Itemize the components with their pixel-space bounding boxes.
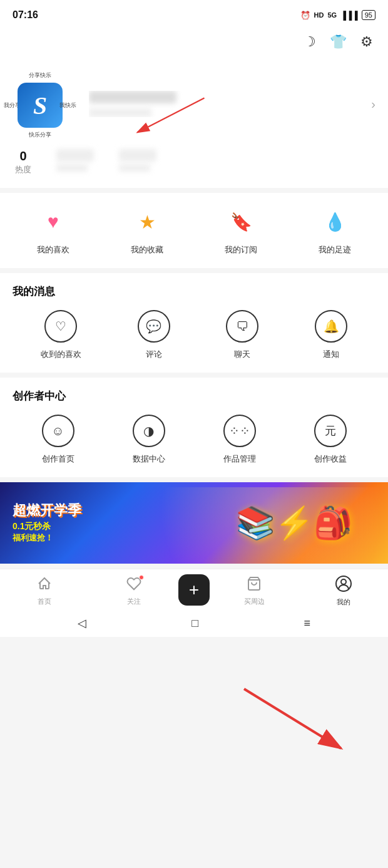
bottom-navigation: 首页 关注 + 买周边: [0, 569, 388, 609]
profile-stats: 0 热度: [13, 149, 375, 175]
profile-section: 分享快乐 我分享 S 我快乐 快乐分享 › 0 热度: [0, 59, 388, 188]
hd-label: HD: [314, 11, 324, 19]
add-icon: +: [189, 581, 199, 599]
follow-nav-icon: [126, 576, 141, 595]
stat-blurred-2: [119, 149, 156, 175]
status-icons: ⏰ HD 5G ▐▐▐ 95: [300, 10, 375, 20]
night-mode-icon[interactable]: ☽: [304, 34, 316, 50]
battery-icon: 95: [362, 10, 375, 20]
nav-home[interactable]: 首页: [0, 576, 89, 606]
creator-income-icon: 元: [314, 415, 347, 447]
received-likes-label: 收到的喜欢: [41, 349, 81, 360]
messages-icons-row: ♡ 收到的喜欢 💬 评论 🗨 聊天 🔔 通知: [13, 310, 375, 366]
works-mgmt-label: 作品管理: [223, 453, 256, 465]
profile-row: 分享快乐 我分享 S 我快乐 快乐分享 ›: [13, 69, 375, 139]
creator-section: 创作者中心 ☺ 创作首页 ◑ 数据中心 ⁘⁘ 作品管理: [0, 378, 388, 477]
creator-title: 创作者中心: [13, 389, 375, 403]
creator-home-icon: ☺: [42, 415, 74, 447]
star-icon: ★: [131, 205, 163, 238]
nav-mine[interactable]: 我的: [299, 576, 389, 607]
data-center-item[interactable]: ◑ 数据中心: [133, 415, 165, 465]
received-likes-icon: ♡: [44, 310, 77, 343]
banner-decoration: 📚⚡🎒: [200, 482, 388, 564]
home-nav-label: 首页: [38, 597, 51, 606]
bookmark-icon: 🔖: [225, 205, 257, 238]
action-my-footprints[interactable]: 💧 我的足迹: [319, 205, 351, 256]
red-arrow-annotation-2: [0, 658, 388, 783]
creator-icons-row: ☺ 创作首页 ◑ 数据中心 ⁘⁘ 作品管理 元 创作收益: [13, 415, 375, 471]
logo-top-text: 分享快乐: [29, 71, 51, 80]
home-nav-icon: [37, 576, 52, 595]
footprint-icon: 💧: [319, 205, 351, 238]
banner-text: 超燃开学季 0.1元秒杀 福利速抢！: [13, 502, 81, 544]
comments-icon: 💬: [138, 310, 170, 343]
my-collections-label: 我的收藏: [131, 244, 163, 256]
received-likes-item[interactable]: ♡ 收到的喜欢: [41, 310, 81, 360]
status-bar: 07:16 ⏰ HD 5G ▐▐▐ 95: [0, 0, 388, 28]
banner-title: 超燃开学季: [13, 502, 81, 519]
comments-item[interactable]: 💬 评论: [138, 310, 170, 360]
home-button[interactable]: □: [191, 617, 198, 630]
nav-follow[interactable]: 关注: [89, 576, 179, 606]
banner-subtitle: 0.1元秒杀: [13, 521, 81, 532]
back-button[interactable]: ◁: [78, 616, 86, 630]
action-my-likes[interactable]: ♥ 我的喜欢: [37, 205, 69, 256]
stat-blurred-1: [56, 149, 94, 175]
heat-number: 0: [15, 149, 31, 163]
top-action-bar: ☽ 👕 ⚙: [0, 28, 388, 59]
my-footprints-label: 我的足迹: [319, 244, 351, 256]
follow-badge: [139, 575, 144, 580]
logo-bottom-text: 快乐分享: [29, 131, 51, 139]
profile-id-blurred: [89, 108, 151, 117]
works-mgmt-icon: ⁘⁘: [223, 415, 256, 447]
action-my-collections[interactable]: ★ 我的收藏: [131, 205, 163, 256]
status-time: 07:16: [13, 9, 38, 21]
menu-button[interactable]: ≡: [304, 617, 310, 630]
follow-nav-label: 关注: [127, 597, 141, 606]
profile-arrow-icon[interactable]: ›: [371, 97, 375, 111]
signal-5g: 5G: [327, 11, 337, 19]
comments-label: 评论: [146, 349, 162, 360]
signal-bars: ▐▐▐: [340, 11, 358, 20]
add-button[interactable]: +: [178, 574, 210, 606]
mine-nav-label: 我的: [337, 597, 350, 607]
mine-nav-icon: [335, 576, 352, 596]
notifications-label: 通知: [323, 349, 339, 360]
messages-title: 我的消息: [13, 284, 375, 299]
banner-cta: 福利速抢！: [13, 532, 81, 544]
action-my-subscriptions[interactable]: 🔖 我的订阅: [225, 205, 257, 256]
app-logo[interactable]: S: [18, 83, 63, 128]
nav-add[interactable]: +: [178, 577, 210, 606]
creator-home-label: 创作首页: [42, 453, 74, 465]
notifications-item[interactable]: 🔔 通知: [315, 310, 347, 360]
nav-shop[interactable]: 买周边: [210, 576, 299, 606]
profile-name-blurred: [89, 91, 176, 103]
settings-icon[interactable]: ⚙: [360, 34, 373, 50]
messages-section: 我的消息 ♡ 收到的喜欢 💬 评论 🗨 聊天: [0, 273, 388, 373]
notifications-icon: 🔔: [315, 310, 347, 343]
heat-label: 热度: [15, 165, 31, 174]
system-nav-bar: ◁ □ ≡: [0, 609, 388, 637]
creator-home-item[interactable]: ☺ 创作首页: [42, 415, 74, 465]
my-subscriptions-label: 我的订阅: [225, 244, 257, 256]
data-center-label: 数据中心: [133, 453, 165, 465]
heart-icon: ♥: [37, 205, 69, 238]
chat-item[interactable]: 🗨 聊天: [226, 310, 258, 360]
stat-heat: 0 热度: [15, 149, 31, 175]
data-center-icon: ◑: [133, 415, 165, 447]
promotion-banner[interactable]: 超燃开学季 0.1元秒杀 福利速抢！ 📚⚡🎒: [0, 482, 388, 564]
shop-nav-icon: [247, 576, 262, 595]
svg-point-2: [341, 579, 346, 584]
profile-info: [89, 91, 362, 117]
logo-right-text: 我快乐: [59, 101, 76, 110]
chat-label: 聊天: [234, 349, 250, 360]
works-mgmt-item[interactable]: ⁘⁘ 作品管理: [223, 415, 256, 465]
creator-income-item[interactable]: 元 创作收益: [314, 415, 347, 465]
alarm-icon: ⏰: [300, 11, 310, 20]
my-likes-label: 我的喜欢: [37, 244, 69, 256]
creator-income-label: 创作收益: [314, 453, 347, 465]
shop-nav-label: 买周边: [244, 597, 265, 606]
quick-actions: ♥ 我的喜欢 ★ 我的收藏 🔖 我的订阅 💧 我的足迹: [0, 193, 388, 268]
chat-icon: 🗨: [226, 310, 258, 343]
shirt-icon[interactable]: 👕: [330, 34, 347, 50]
